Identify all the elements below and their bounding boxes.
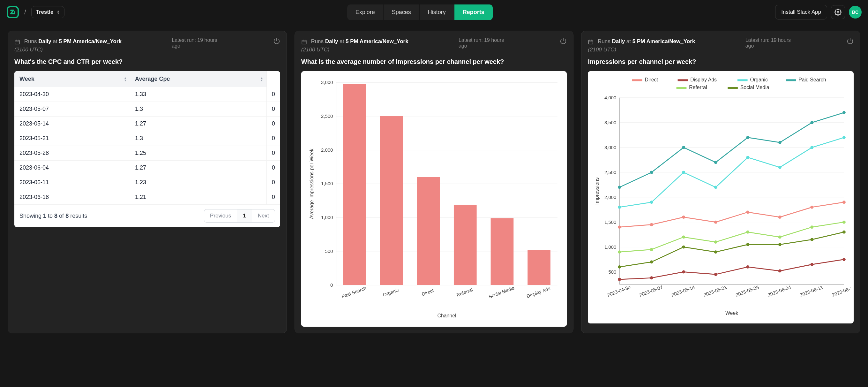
point[interactable]: [746, 210, 750, 214]
col-overflow: [267, 71, 280, 87]
point[interactable]: [682, 215, 685, 219]
nav-history[interactable]: History: [420, 4, 455, 20]
point[interactable]: [714, 186, 717, 189]
point[interactable]: [650, 248, 653, 251]
point[interactable]: [746, 231, 750, 234]
point[interactable]: [778, 166, 781, 169]
bar-organic[interactable]: [380, 116, 403, 285]
svg-text:Paid Search: Paid Search: [341, 286, 367, 299]
settings-button[interactable]: [831, 5, 845, 19]
point[interactable]: [650, 276, 653, 279]
point[interactable]: [714, 221, 717, 224]
table-row: 2023-05-21 1.3 0: [14, 131, 280, 146]
line-series-direct[interactable]: [620, 202, 844, 227]
pager-page-1[interactable]: 1: [237, 209, 252, 222]
point[interactable]: [811, 238, 814, 241]
point[interactable]: [650, 201, 653, 204]
user-avatar[interactable]: BC: [849, 6, 862, 19]
bar-direct[interactable]: [417, 177, 440, 285]
sort-icon: ▲▼: [260, 77, 263, 82]
power-toggle[interactable]: [847, 37, 854, 46]
svg-text:2,500: 2,500: [604, 170, 616, 175]
nav-spaces[interactable]: Spaces: [383, 4, 420, 20]
point[interactable]: [746, 136, 750, 139]
table-row: 2023-05-07 1.3 0: [14, 102, 280, 117]
svg-text:1,000: 1,000: [604, 245, 616, 250]
line-series-referral[interactable]: [620, 222, 844, 252]
point[interactable]: [746, 265, 750, 269]
point[interactable]: [618, 186, 621, 189]
cell-overflow: 0: [267, 102, 280, 117]
point[interactable]: [618, 206, 621, 209]
bar-social media[interactable]: [491, 218, 514, 285]
point[interactable]: [842, 221, 846, 224]
point[interactable]: [811, 206, 814, 209]
point[interactable]: [778, 215, 781, 219]
col-week[interactable]: Week ▲▼: [14, 71, 130, 87]
workspace-picker[interactable]: Trestle ▲▼: [31, 6, 65, 18]
svg-text:Referral: Referral: [456, 287, 473, 298]
cell-week: 2023-06-11: [14, 175, 130, 190]
cell-week: 2023-06-04: [14, 160, 130, 175]
report-question: Impressions per channel per week?: [588, 58, 854, 65]
point[interactable]: [682, 245, 685, 249]
svg-text:Impressions: Impressions: [594, 177, 600, 204]
nav-explore[interactable]: Explore: [347, 4, 383, 20]
svg-rect-2: [15, 40, 20, 44]
point[interactable]: [714, 161, 717, 164]
point[interactable]: [682, 235, 685, 239]
point[interactable]: [811, 121, 814, 124]
point[interactable]: [714, 240, 717, 244]
svg-text:Social Media: Social Media: [740, 85, 769, 90]
point[interactable]: [618, 278, 621, 281]
point[interactable]: [778, 243, 781, 246]
point[interactable]: [811, 146, 814, 149]
point[interactable]: [842, 136, 846, 139]
point[interactable]: [842, 111, 846, 114]
schedule-info: Runs Daily at 5 PM America/New_York (210…: [301, 37, 408, 54]
cell-avg-cpc: 1.27: [130, 160, 267, 175]
point[interactable]: [650, 260, 653, 263]
table-row: 2023-05-14 1.27 0: [14, 117, 280, 131]
point[interactable]: [682, 171, 685, 174]
point[interactable]: [778, 269, 781, 272]
line-series-paid search[interactable]: [620, 113, 844, 187]
power-toggle[interactable]: [560, 37, 567, 46]
pager-next[interactable]: Next: [252, 209, 275, 222]
power-toggle[interactable]: [273, 37, 280, 46]
nav-reports[interactable]: Reports: [455, 4, 493, 20]
point[interactable]: [842, 201, 846, 204]
point[interactable]: [811, 263, 814, 266]
point[interactable]: [650, 171, 653, 174]
svg-rect-35: [786, 79, 796, 81]
line-series-display ads[interactable]: [620, 260, 844, 279]
svg-rect-3: [302, 40, 306, 44]
point[interactable]: [811, 226, 814, 229]
point[interactable]: [618, 226, 621, 229]
point[interactable]: [778, 141, 781, 144]
bar-paid search[interactable]: [343, 84, 366, 285]
col-avg-cpc[interactable]: Average Cpc ▲▼: [130, 71, 267, 87]
pager-prev[interactable]: Previous: [204, 209, 237, 222]
point[interactable]: [746, 156, 750, 159]
point[interactable]: [682, 146, 685, 149]
install-slack-button[interactable]: Install Slack App: [775, 5, 827, 20]
point[interactable]: [618, 250, 621, 254]
point[interactable]: [746, 243, 750, 246]
svg-text:1,000: 1,000: [321, 215, 333, 220]
point[interactable]: [778, 235, 781, 239]
svg-text:4,000: 4,000: [604, 95, 616, 100]
point[interactable]: [682, 270, 685, 274]
point[interactable]: [714, 273, 717, 276]
bar-display ads[interactable]: [527, 250, 551, 285]
svg-text:Direct: Direct: [645, 77, 658, 82]
point[interactable]: [842, 231, 846, 234]
app-logo[interactable]: [6, 6, 19, 19]
point[interactable]: [842, 258, 846, 261]
svg-text:Channel: Channel: [437, 313, 456, 318]
cell-avg-cpc: 1.33: [130, 87, 267, 102]
point[interactable]: [650, 223, 653, 226]
point[interactable]: [714, 250, 717, 254]
point[interactable]: [618, 265, 621, 269]
bar-referral[interactable]: [454, 205, 477, 285]
